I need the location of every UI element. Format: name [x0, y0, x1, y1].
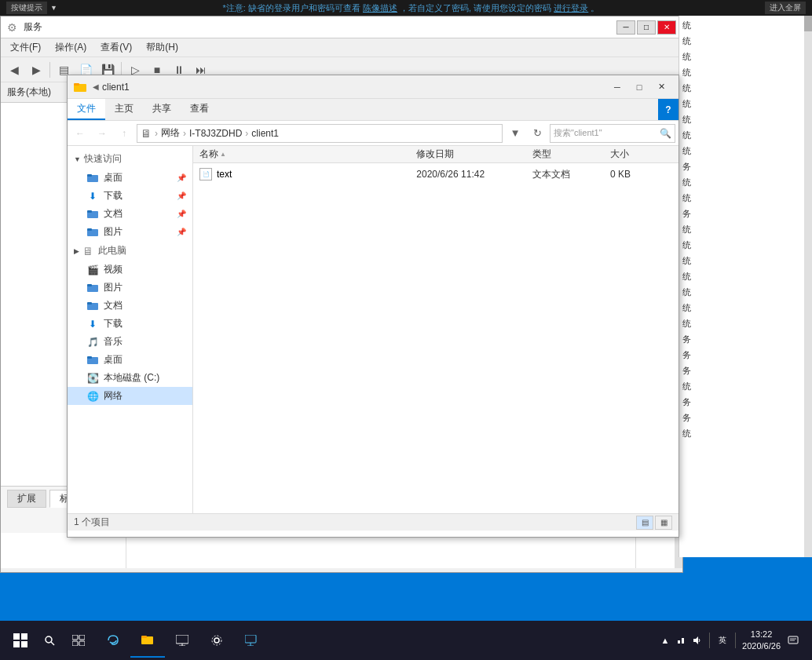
- addr-back-button[interactable]: ←: [71, 124, 90, 143]
- start-button[interactable]: [3, 623, 38, 658]
- rdp-mgr-taskbar-button[interactable]: [234, 623, 269, 658]
- minimize-button[interactable]: ─: [616, 20, 635, 35]
- sp-item-12[interactable]: 统: [679, 190, 812, 206]
- notice-link2[interactable]: 进行登录: [554, 3, 588, 13]
- sp-item-27[interactable]: 统: [679, 425, 812, 441]
- search-box[interactable]: 搜索"client1" 🔍: [550, 124, 675, 143]
- notification-center-button[interactable]: [784, 623, 803, 658]
- tray-clock[interactable]: 13:22 2020/6/26: [742, 629, 781, 653]
- addr-share[interactable]: client1: [251, 128, 279, 139]
- menu-view[interactable]: 查看(V): [94, 39, 138, 56]
- sp-item-2[interactable]: 统: [679, 33, 812, 49]
- sp-item-22[interactable]: 务: [679, 347, 812, 363]
- ribbon-tab-home[interactable]: 主页: [105, 99, 143, 120]
- explorer-minimize[interactable]: ─: [606, 79, 628, 95]
- tab-expand[interactable]: 扩展: [7, 490, 46, 508]
- sidebar-pc-downloads[interactable]: ⬇ 下载: [68, 315, 192, 333]
- task-view-button[interactable]: [61, 623, 96, 658]
- edge-taskbar-button[interactable]: [96, 623, 130, 658]
- sp-item-1[interactable]: 统: [679, 17, 812, 33]
- sidebar-network[interactable]: 🌐 网络: [68, 387, 192, 405]
- sidebar-local-disk[interactable]: 💽 本地磁盘 (C:): [68, 369, 192, 387]
- tray-network-icon[interactable]: [675, 634, 687, 647]
- sidebar-videos[interactable]: 🎬 视频: [68, 261, 192, 279]
- col-type[interactable]: 类型: [532, 148, 610, 161]
- addr-up-button[interactable]: ↑: [115, 124, 134, 143]
- explorer-close[interactable]: ✕: [650, 79, 672, 95]
- rdp-taskbar-button[interactable]: [165, 623, 199, 658]
- task-view-icon: [72, 635, 85, 646]
- view-buttons: ▤ ▦: [636, 516, 672, 530]
- sp-item-7[interactable]: 统: [679, 111, 812, 127]
- taskbar-search-button[interactable]: [38, 629, 61, 652]
- sp-item-5[interactable]: 统: [679, 80, 812, 96]
- sp-item-10[interactable]: 务: [679, 159, 812, 174]
- sp-item-3[interactable]: 统: [679, 49, 812, 64]
- sp-item-26[interactable]: 务: [679, 410, 812, 425]
- tray-ime-icon[interactable]: 英: [716, 634, 729, 647]
- sp-item-6[interactable]: 统: [679, 96, 812, 111]
- addr-network[interactable]: 网络: [161, 126, 180, 140]
- sp-item-9[interactable]: 统: [679, 143, 812, 159]
- tray-volume-icon[interactable]: [690, 634, 703, 647]
- sidebar-pc-desktop[interactable]: 桌面: [68, 351, 192, 369]
- tray-show-hidden[interactable]: ▲: [659, 634, 671, 647]
- sidebar-pictures[interactable]: 图片 📌: [68, 223, 192, 241]
- sidebar-desktop[interactable]: 桌面 📌: [68, 169, 192, 187]
- sp-item-17[interactable]: 统: [679, 268, 812, 284]
- toolbar-forward-btn[interactable]: ▶: [26, 60, 46, 80]
- sp-item-18[interactable]: 统: [679, 284, 812, 300]
- right-side-panel: 统 统 统 统 统 统 统 统 统 务 统 统 务 统 统 统 统 统 统 统 …: [678, 16, 812, 557]
- sp-item-4[interactable]: 统: [679, 64, 812, 80]
- settings-taskbar-button[interactable]: [199, 623, 234, 658]
- sidebar-documents[interactable]: 文档 📌: [68, 205, 192, 223]
- explorer-taskbar-button[interactable]: [130, 623, 165, 658]
- sidebar-music[interactable]: 🎵 音乐: [68, 333, 192, 351]
- sp-item-20[interactable]: 统: [679, 315, 812, 331]
- sp-item-8[interactable]: 统: [679, 127, 812, 143]
- toolbar-back-btn[interactable]: ◀: [4, 60, 24, 80]
- keyboard-ops-button[interactable]: 按键提示: [6, 2, 47, 14]
- sp-item-23[interactable]: 务: [679, 363, 812, 378]
- addr-computer[interactable]: I-T8J3ZDHD: [189, 128, 242, 139]
- sidebar-pc-docs[interactable]: 文档: [68, 297, 192, 315]
- address-path[interactable]: 🖥 › 网络 › I-T8J3ZDHD › client1: [137, 124, 503, 143]
- file-row-text[interactable]: 📄 text 2020/6/26 11:42 文本文档 0 KB: [193, 163, 678, 185]
- ribbon-help-button[interactable]: ?: [658, 99, 678, 120]
- fullscreen-button[interactable]: 进入全屏: [765, 2, 806, 14]
- notice-link1[interactable]: 陈像描述: [363, 3, 397, 13]
- sp-item-11[interactable]: 统: [679, 174, 812, 190]
- list-view-button[interactable]: ▤: [636, 516, 653, 530]
- this-pc-header[interactable]: ▶ 🖥 此电脑: [68, 241, 192, 261]
- quick-access-header[interactable]: ▼ 快速访问: [68, 149, 192, 169]
- sp-item-24[interactable]: 统: [679, 378, 812, 394]
- col-date[interactable]: 修改日期: [416, 148, 532, 161]
- sp-item-14[interactable]: 统: [679, 221, 812, 237]
- sp-item-19[interactable]: 统: [679, 300, 812, 315]
- col-size[interactable]: 大小: [610, 148, 672, 161]
- sp-item-15[interactable]: 统: [679, 237, 812, 253]
- sp-item-25[interactable]: 务: [679, 394, 812, 410]
- sidebar-music-label: 音乐: [104, 335, 123, 348]
- addr-dropdown-button[interactable]: ▼: [506, 124, 525, 143]
- ribbon-tab-file[interactable]: 文件: [68, 99, 105, 120]
- addr-refresh-button[interactable]: ↻: [528, 124, 547, 143]
- close-button[interactable]: ✕: [657, 20, 676, 35]
- side-scrollbar[interactable]: [804, 16, 812, 557]
- detail-view-button[interactable]: ▦: [655, 516, 672, 530]
- ribbon-tab-view[interactable]: 查看: [181, 99, 218, 120]
- ribbon-tab-share[interactable]: 共享: [143, 99, 181, 120]
- sidebar-pc-pictures[interactable]: 图片: [68, 279, 192, 297]
- sp-item-13[interactable]: 务: [679, 206, 812, 221]
- menu-file[interactable]: 文件(F): [4, 39, 47, 56]
- sidebar-downloads[interactable]: ⬇ 下载 📌: [68, 187, 192, 205]
- sp-item-16[interactable]: 统: [679, 253, 812, 268]
- maximize-button[interactable]: □: [637, 20, 656, 35]
- menu-help[interactable]: 帮助(H): [140, 39, 185, 56]
- file-name-text: text: [217, 169, 232, 180]
- menu-action[interactable]: 操作(A): [49, 39, 93, 56]
- col-name[interactable]: 名称 ▲: [199, 148, 416, 161]
- sp-item-21[interactable]: 务: [679, 331, 812, 347]
- explorer-maximize[interactable]: □: [628, 79, 650, 95]
- addr-forward-button[interactable]: →: [93, 124, 112, 143]
